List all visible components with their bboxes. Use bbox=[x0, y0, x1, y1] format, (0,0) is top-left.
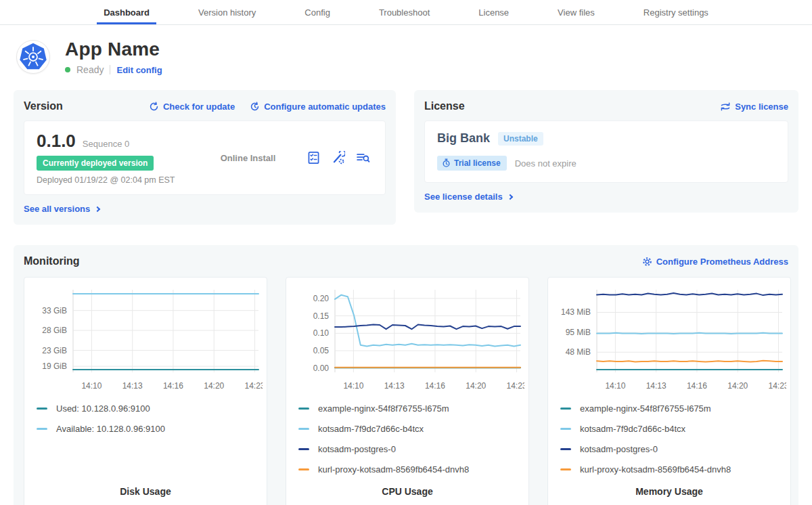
svg-text:0.10: 0.10 bbox=[313, 328, 330, 338]
legend-label: Used: 10.128.0.96:9100 bbox=[56, 403, 150, 414]
see-license-details-label: See license details bbox=[424, 192, 503, 202]
config-wrench-icon[interactable] bbox=[331, 151, 345, 164]
chart-title: Memory Usage bbox=[554, 486, 785, 497]
configure-prometheus-label: Configure Prometheus Address bbox=[656, 257, 788, 267]
auto-update-clock-icon bbox=[250, 102, 260, 112]
customer-name: Big Bank bbox=[437, 131, 490, 146]
legend-label: kotsadm-7f9dc7d66c-b4tcx bbox=[318, 424, 424, 434]
edit-config-link[interactable]: Edit config bbox=[116, 65, 162, 75]
legend-label: kotsadm-postgres-0 bbox=[318, 444, 396, 454]
top-nav: DashboardVersion historyConfigTroublesho… bbox=[0, 0, 812, 25]
legend-item: kotsadm-7f9dc7d66c-b4tcx bbox=[560, 424, 785, 434]
legend-item: kotsadm-7f9dc7d66c-b4tcx bbox=[298, 424, 523, 434]
legend-dash-icon bbox=[560, 428, 571, 430]
svg-text:14:23: 14:23 bbox=[769, 381, 786, 391]
legend-item: kurl-proxy-kotsadm-8569fb6454-dnvh8 bbox=[298, 464, 523, 475]
monitoring-section: Monitoring Configure Prometheus Address … bbox=[14, 245, 798, 505]
svg-text:14:13: 14:13 bbox=[384, 381, 405, 391]
license-expiration: Does not expire bbox=[515, 158, 577, 169]
refresh-icon bbox=[149, 102, 159, 112]
legend-item: example-nginx-54f8f76755-l675m bbox=[298, 403, 523, 414]
current-version-card: 0.1.0 Sequence 0 Currently deployed vers… bbox=[24, 120, 386, 195]
app-status: Ready bbox=[76, 64, 104, 75]
tab-troubleshoot[interactable]: Troubleshoot bbox=[372, 0, 436, 24]
view-logs-icon[interactable] bbox=[356, 152, 370, 164]
tab-license[interactable]: License bbox=[472, 0, 516, 24]
chevron-right-icon bbox=[507, 194, 512, 199]
gear-icon bbox=[642, 257, 652, 267]
svg-text:23 GiB: 23 GiB bbox=[42, 346, 67, 355]
legend-dash-icon bbox=[298, 408, 309, 410]
deployed-timestamp: Deployed 01/19/22 @ 02:04 pm EST bbox=[37, 175, 189, 185]
cpu-usage-legend: example-nginx-54f8f76755-l675mkotsadm-7f… bbox=[298, 403, 523, 486]
install-type: Online Install bbox=[189, 153, 307, 163]
legend-label: kurl-proxy-kotsadm-8569fb6454-dnvh8 bbox=[580, 464, 731, 475]
tab-dashboard[interactable]: Dashboard bbox=[97, 0, 156, 24]
svg-text:14:10: 14:10 bbox=[605, 381, 625, 391]
svg-text:14:16: 14:16 bbox=[425, 381, 445, 391]
legend-label: example-nginx-54f8f76755-l675m bbox=[580, 403, 711, 414]
svg-text:14:20: 14:20 bbox=[204, 381, 224, 391]
legend-label: kurl-proxy-kotsadm-8569fb6454-dnvh8 bbox=[318, 464, 469, 475]
legend-item: kurl-proxy-kotsadm-8569fb6454-dnvh8 bbox=[560, 464, 785, 475]
legend-item: kotsadm-postgres-0 bbox=[298, 444, 523, 454]
svg-text:28 GiB: 28 GiB bbox=[42, 326, 67, 335]
version-panel: Version Check for update bbox=[14, 90, 396, 225]
svg-text:14:13: 14:13 bbox=[122, 381, 143, 391]
license-title: License bbox=[424, 100, 465, 112]
svg-text:14:23: 14:23 bbox=[507, 381, 524, 391]
legend-dash-icon bbox=[37, 408, 47, 410]
app-icon bbox=[16, 40, 50, 74]
tab-view-files[interactable]: View files bbox=[551, 0, 602, 24]
version-title: Version bbox=[24, 100, 63, 112]
svg-text:0.15: 0.15 bbox=[313, 311, 330, 321]
license-type-label: Trial license bbox=[454, 158, 501, 168]
configure-automatic-updates-link[interactable]: Configure automatic updates bbox=[250, 102, 386, 112]
see-license-details-link[interactable]: See license details bbox=[424, 192, 512, 202]
check-for-update-label: Check for update bbox=[163, 102, 235, 112]
legend-dash-icon bbox=[560, 408, 571, 410]
channel-badge: Unstable bbox=[498, 132, 543, 146]
sync-license-link[interactable]: Sync license bbox=[720, 102, 788, 112]
see-all-versions-label: See all versions bbox=[24, 204, 90, 214]
legend-item: example-nginx-54f8f76755-l675m bbox=[560, 403, 785, 414]
legend-item: Available: 10.128.0.96:9100 bbox=[37, 424, 261, 434]
chart-title: CPU Usage bbox=[292, 486, 523, 497]
memory-usage-legend: example-nginx-54f8f76755-l675mkotsadm-7f… bbox=[560, 403, 785, 486]
svg-text:14:16: 14:16 bbox=[163, 381, 183, 391]
version-sequence: Sequence 0 bbox=[83, 139, 129, 149]
legend-dash-icon bbox=[37, 428, 47, 430]
chart-card-memory-usage: 14:1014:1314:1614:2014:23143 MiB95 MiB48… bbox=[547, 277, 791, 505]
legend-dash-icon bbox=[560, 448, 571, 450]
divider bbox=[110, 65, 110, 74]
preflight-checks-icon[interactable] bbox=[307, 151, 320, 164]
disk-usage-chart: 14:1014:1314:1614:2014:2333 GiB28 GiB23 … bbox=[30, 284, 263, 393]
configure-prometheus-link[interactable]: Configure Prometheus Address bbox=[642, 257, 788, 267]
legend-dash-icon bbox=[298, 468, 309, 470]
chart-card-cpu-usage: 14:1014:1314:1614:2014:230.200.150.100.0… bbox=[286, 277, 529, 505]
legend-dash-icon bbox=[560, 468, 571, 470]
license-type-badge: Trial license bbox=[437, 156, 507, 171]
kubernetes-icon bbox=[18, 42, 48, 72]
disk-usage-legend: Used: 10.128.0.96:9100Available: 10.128.… bbox=[37, 403, 261, 486]
tab-registry-settings[interactable]: Registry settings bbox=[637, 0, 715, 24]
tab-version-history[interactable]: Version history bbox=[191, 0, 263, 24]
legend-dash-icon bbox=[298, 448, 309, 450]
app-header: App Name Ready Edit config bbox=[0, 25, 812, 75]
svg-text:14:16: 14:16 bbox=[687, 381, 707, 391]
charts-row: 14:1014:1314:1614:2014:2333 GiB28 GiB23 … bbox=[24, 277, 788, 505]
app-title: App Name bbox=[65, 39, 162, 60]
legend-item: Used: 10.128.0.96:9100 bbox=[37, 403, 261, 414]
svg-text:14:20: 14:20 bbox=[727, 381, 748, 391]
sync-license-label: Sync license bbox=[735, 102, 788, 112]
svg-text:14:10: 14:10 bbox=[81, 381, 102, 391]
check-for-update-link[interactable]: Check for update bbox=[149, 102, 235, 112]
chart-card-disk-usage: 14:1014:1314:1614:2014:2333 GiB28 GiB23 … bbox=[24, 277, 267, 505]
memory-usage-chart: 14:1014:1314:1614:2014:23143 MiB95 MiB48… bbox=[554, 284, 786, 393]
see-all-versions-link[interactable]: See all versions bbox=[24, 204, 99, 214]
svg-text:95 MiB: 95 MiB bbox=[566, 328, 591, 337]
deployed-badge: Currently deployed version bbox=[37, 156, 154, 171]
legend-dash-icon bbox=[298, 428, 309, 430]
legend-label: example-nginx-54f8f76755-l675m bbox=[318, 403, 449, 414]
tab-config[interactable]: Config bbox=[298, 0, 337, 24]
